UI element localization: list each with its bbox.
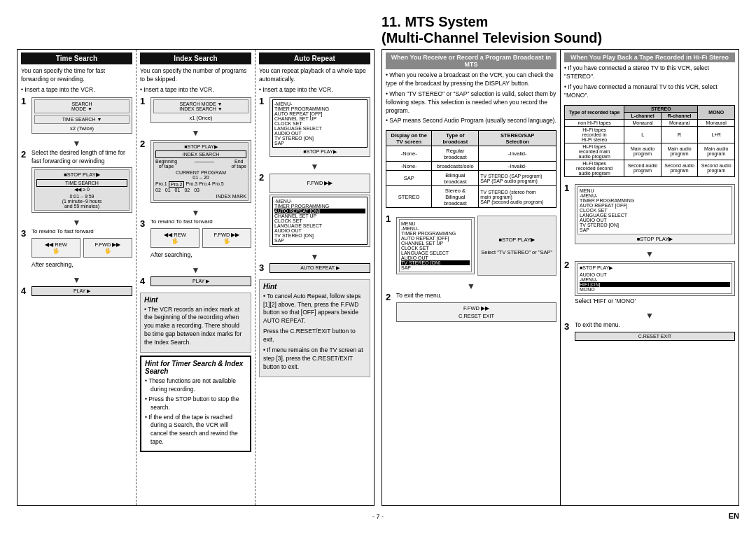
- playback-header: When You Play Back a Tape Recorded in Hi…: [564, 52, 735, 62]
- is-step3-arrow: ▼: [140, 266, 251, 274]
- pb-step1-diagram: MENU -MENU- TIMER PROGRAMMING AUTO REPEA…: [575, 184, 735, 244]
- is-step4-diagram: PLAY ▶: [150, 276, 251, 286]
- is-step1-arrow: ▼: [140, 129, 251, 137]
- left-section: Time Search You can specify the time for…: [17, 49, 374, 506]
- step4-content: PLAY ▶: [31, 286, 132, 297]
- is-step2-content: ■STOP PLAY▶ INDEX SEARCH Beginningof tap…: [150, 139, 251, 204]
- receive-text3: • SAP means Second Audio Program (usuall…: [386, 117, 556, 125]
- step3-num: 3: [21, 228, 29, 239]
- ar-step2-num: 2: [259, 172, 267, 183]
- pb-step2-arrow: ▼: [564, 311, 735, 320]
- is-step3-sub: After searching,: [150, 251, 251, 260]
- mts-table: Display on theTV screen Type ofbroadcast…: [386, 130, 556, 208]
- stereo-table: Type of recorded tape STEREO MONO L-chan…: [564, 105, 735, 177]
- pb-step2-diagram: ■STOP PLAY▶ AUDIO OUT -MENU- HIFI [ON] M…: [575, 261, 735, 296]
- r1-step2-num: 2: [386, 292, 394, 302]
- playback-text2: • If you have connected a monaural TV to…: [564, 83, 735, 100]
- ar-step2-menu: -MENU- TIMER PROGRAMMING AUTO REPEAT [ON…: [270, 195, 370, 247]
- auto-repeat-intro: You can repeat playback of a whole tape …: [259, 67, 370, 84]
- hint-for-3: • If the end of the tape is reached duri…: [145, 414, 246, 447]
- stereo-row4: Hi-Fi tapesrecorded secondaudio program …: [565, 160, 735, 176]
- step3-label: To rewind To fast forward: [31, 228, 132, 234]
- is-step2-arrow: ▼: [140, 209, 251, 217]
- ar-hint-line2: Press the C.RESET/EXIT button to exit.: [263, 328, 366, 344]
- r1-step2-content: To exit the menu. F.FWD ▶▶ C.RESET EXIT: [396, 292, 556, 323]
- receive-record-column: When You Receive or Record a Program Bro…: [382, 50, 561, 505]
- ar-step3-num: 3: [259, 262, 267, 273]
- is-rewind-diagram: ◀◀ REW 🖐: [150, 228, 200, 248]
- step1-num: 1: [21, 96, 29, 106]
- page-number: - 7 -: [258, 513, 498, 520]
- hint-for-box: Hint for Timer Search & Index Search • T…: [140, 356, 251, 452]
- receive-text2: • When "TV STEREO" or "SAP" selection is…: [386, 90, 556, 115]
- mts-row2: -None- broadcasts/solo -Invalid-: [386, 162, 556, 171]
- step4-diagram: PLAY ▶: [31, 286, 132, 296]
- step4-num: 4: [21, 286, 29, 296]
- mts-row1: -None- Regularbroadcast -Invalid-: [386, 146, 556, 162]
- r1-menu-diagram: MENU -MENU- TIMER PROGRAMMING AUTO REPEA…: [396, 217, 475, 274]
- playback-text1: • If you have connected a stereo TV to t…: [564, 64, 735, 81]
- hint-for-2: • Press the STOP button to stop the sear…: [145, 395, 246, 412]
- ar-step3-diagram: AUTO REPEAT ▶: [270, 263, 370, 273]
- is-step2-diagram: ■STOP PLAY▶ INDEX SEARCH Beginningof tap…: [150, 140, 251, 203]
- r1-step1-num: 1: [386, 213, 394, 224]
- ar-hint-box: Hint • To cancel Auto Repeat, follow ste…: [259, 279, 370, 377]
- stereo-row3: Hi-Fi tapesrecorded mainaudio program Ma…: [565, 143, 735, 160]
- auto-repeat-column: Auto Repeat You can repeat playback of a…: [255, 50, 374, 505]
- playback-column: When You Play Back a Tape Recorded in Hi…: [561, 50, 738, 505]
- ffwd-diagram: F.FWD ▶▶ 🖐: [83, 238, 132, 258]
- pb-step2-sub: Select 'HIFI' or 'MONO': [575, 297, 735, 306]
- r1-step2-diagram: F.FWD ▶▶ C.RESET EXIT: [396, 302, 556, 322]
- ar-hint-line1: • To cancel Auto Repeat, follow steps [1…: [263, 293, 366, 326]
- time-search-column: Time Search You can specify the time for…: [18, 50, 136, 505]
- rewind-diagram: ◀◀ REW 🖐: [31, 238, 80, 258]
- l-channel-col: L-channel: [624, 112, 662, 119]
- auto-repeat-header: Auto Repeat: [259, 52, 370, 64]
- pb-step3-text: To exit the menu.: [575, 321, 735, 330]
- pb-step3-num: 3: [564, 321, 573, 332]
- is-step1-diagram: SEARCH MODE ▼ INDEX SEARCH ▼ x1 (Once): [150, 97, 251, 123]
- index-hint-title: Hint: [144, 296, 247, 304]
- is-step1-content: SEARCH MODE ▼ INDEX SEARCH ▼ x1 (Once): [150, 96, 251, 125]
- time-search-intro: You can specify the time for fast forwar…: [21, 67, 132, 84]
- ar-step2-content: F.FWD ▶▶ -MENU- TIMER PROGRAMMING AUTO R…: [270, 172, 370, 248]
- mts-col2: Type ofbroadcast: [432, 131, 479, 146]
- ar-step1-arrow: ▼: [259, 162, 370, 171]
- index-search-column: Index Search You can specify the number …: [136, 50, 255, 505]
- ar-step1-num: 1: [259, 96, 267, 106]
- mts-row3: SAP Bilingualbroadcast TV STEREO (SAP pr…: [386, 171, 556, 186]
- mts-col1: Display on theTV screen: [386, 131, 432, 146]
- is-step4-num: 4: [140, 276, 148, 286]
- step2-arrow: ▼: [21, 218, 132, 227]
- time-search-bullet1: • Insert a tape into the VCR.: [21, 86, 132, 94]
- time-search-header: Time Search: [21, 52, 132, 64]
- r-channel-col: R-channel: [661, 112, 698, 119]
- right-section: When You Receive or Record a Program Bro…: [382, 49, 739, 506]
- is-step3-content: To rewind To fast forward ◀◀ REW 🖐 F.FWD…: [150, 218, 251, 262]
- receive-record-header: When You Receive or Record a Program Bro…: [386, 52, 556, 69]
- pb-step1-content: MENU -MENU- TIMER PROGRAMMING AUTO REPEA…: [575, 183, 735, 246]
- step3-arrow: ▼: [21, 276, 132, 284]
- hint-for-title: Hint for Timer Search & Index Search: [145, 360, 246, 375]
- ar-step1-diagram: -MENU- TIMER PROGRAMMING AUTO REPEAT [OF…: [270, 97, 370, 157]
- stereo-row2: Hi-Fi tapesrecorded inHi-Fi stereo L R L…: [565, 126, 735, 143]
- r1-step1-content: MENU -MENU- TIMER PROGRAMMING AUTO REPEA…: [396, 213, 556, 278]
- step3-content: To rewind To fast forward ◀◀ REW 🖐 F.FWD…: [31, 228, 132, 272]
- ar-step2-diagram: F.FWD ▶▶: [270, 174, 370, 193]
- step1-diagram: SEARCH MODE ▼ TIME SEARCH ▼ x2 (Twice): [31, 97, 132, 134]
- lang-badge: EN: [498, 512, 739, 520]
- step2-content: Select the desired length of time for fa…: [31, 149, 132, 215]
- is-step3-num: 3: [140, 218, 148, 229]
- mts-row4: STEREO Stereo &Bilingualbroadcast TV STE…: [386, 186, 556, 208]
- index-search-header: Index Search: [140, 52, 251, 64]
- ar-step3-content: AUTO REPEAT ▶: [270, 262, 370, 274]
- pb-step2-content: ■STOP PLAY▶ AUDIO OUT -MENU- HIFI [ON] M…: [575, 260, 735, 308]
- r1-step1-arrow: ▼: [386, 282, 556, 290]
- index-search-bullet1: • Insert a tape into the VCR.: [140, 86, 251, 94]
- index-search-intro: You can specify the number of programs t…: [140, 67, 251, 84]
- ar-step2-arrow: ▼: [259, 253, 370, 261]
- pb-step1-num: 1: [564, 183, 573, 193]
- step1-content: SEARCH MODE ▼ TIME SEARCH ▼ x2 (Twice): [31, 96, 132, 135]
- pb-step2-num: 2: [564, 260, 573, 270]
- is-step2-num: 2: [140, 139, 148, 149]
